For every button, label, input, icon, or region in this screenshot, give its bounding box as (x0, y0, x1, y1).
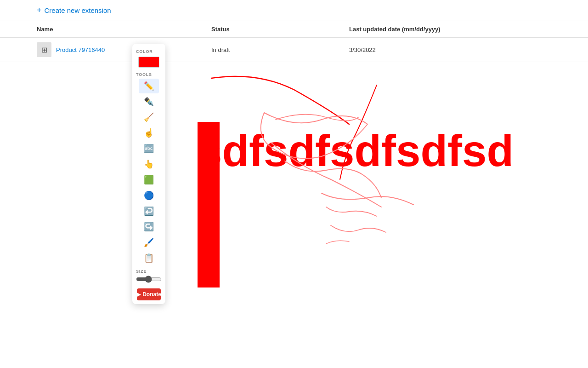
color-swatch[interactable] (138, 57, 159, 68)
pen-tool-button[interactable]: ✏️ (139, 79, 159, 93)
filter-tool-button[interactable]: 📋 (139, 251, 159, 265)
size-section: SIZE (132, 266, 165, 286)
size-slider[interactable] (136, 276, 162, 283)
donate-icon: ▶ (136, 291, 141, 298)
col-header-status: Status (211, 26, 349, 33)
extension-link[interactable]: Product 79716440 (56, 46, 105, 53)
donate-label: Donate (142, 291, 161, 298)
size-label: SIZE (136, 269, 162, 274)
undo-button[interactable]: ↩️ (139, 204, 159, 218)
col-header-name: Name (37, 26, 211, 33)
pencil-tool-button[interactable]: ✒️ (139, 94, 159, 109)
big-red-text: sdfsdfsdfsdfsd (198, 129, 514, 173)
eraser-tool-button[interactable]: 🧹 (139, 110, 159, 125)
pointer-tool-button[interactable]: 👆 (139, 157, 159, 172)
shape-tool-button[interactable]: 🔵 (139, 188, 159, 203)
text-tool-button[interactable]: 🔤 (139, 141, 159, 156)
color-label: COLOR (132, 48, 165, 55)
redo-button[interactable]: ↪️ (139, 219, 159, 234)
tools-label: TOOLS (132, 71, 165, 78)
stamp-tool-button[interactable]: 🖌️ (139, 235, 159, 250)
create-new-label: Create new extension (45, 6, 111, 14)
name-cell: ⊞ Product 79716440 (37, 42, 211, 57)
toolbar-panel: COLOR TOOLS ✏️ ✒️ 🧹 ☝️ 🔤 👆 🟩 🔵 ↩️ ↪️ 🖌️ … (132, 44, 165, 304)
table-header: Name Status Last updated date (mm/dd/yyy… (0, 21, 588, 38)
plus-icon: + (37, 6, 42, 15)
date-cell: 3/30/2022 (349, 46, 551, 53)
red-vertical-bar (198, 122, 220, 288)
line-tool-button[interactable]: 🟩 (139, 172, 159, 187)
status-cell: In draft (211, 46, 349, 53)
donate-button[interactable]: ▶ Donate (137, 288, 161, 300)
table-row: ⊞ Product 79716440 In draft 3/30/2022 (0, 38, 588, 62)
top-bar: + Create new extension (0, 0, 588, 21)
col-header-date: Last updated date (mm/dd/yyyy) (349, 26, 551, 33)
extension-icon: ⊞ (37, 42, 51, 57)
create-new-button[interactable]: + Create new extension (37, 6, 111, 15)
hand-tool-button[interactable]: ☝️ (139, 126, 159, 140)
